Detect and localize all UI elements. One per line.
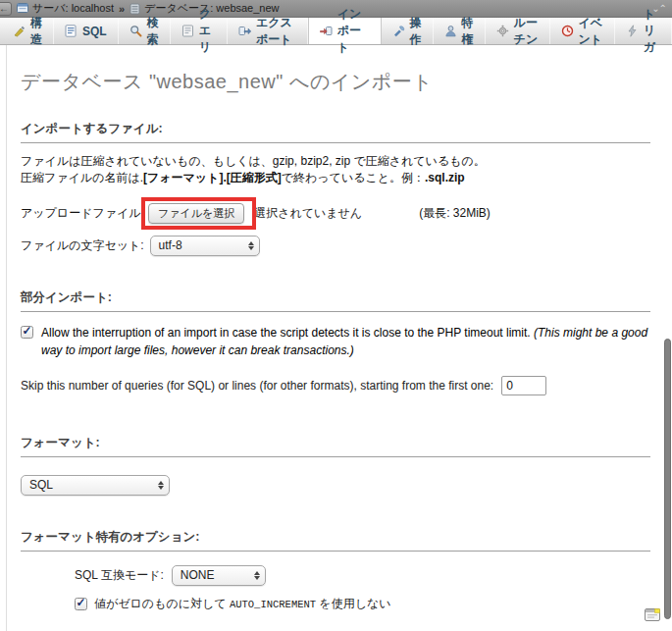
partial-import-section: 部分インポート: Allow the interruption of an im… bbox=[21, 289, 650, 395]
charset-value: utf-8 bbox=[159, 238, 182, 252]
charset-row: ファイルの文字セット: utf-8 bbox=[21, 236, 650, 256]
routines-icon bbox=[496, 25, 509, 37]
select-stepper-icon bbox=[248, 241, 254, 250]
sql-icon bbox=[65, 25, 78, 37]
tab-operations-label: 操作 bbox=[410, 15, 422, 48]
breadcrumb-bar: ← サーバ: localhost » データベース: websae_new ⌄⌃ bbox=[0, 0, 672, 18]
back-button[interactable]: ← bbox=[0, 2, 12, 16]
tab-export-label: エクスポート bbox=[256, 15, 296, 48]
triggers-icon bbox=[626, 25, 639, 37]
file-section-heading: インポートするファイル: bbox=[21, 121, 650, 143]
autoinc-label: 値がゼロのものに対して AUTO_INCREMENT を使用しない bbox=[94, 596, 391, 612]
tab-export[interactable]: エクスポート bbox=[228, 18, 308, 44]
server-icon bbox=[17, 3, 28, 14]
tab-sql[interactable]: SQL bbox=[54, 18, 119, 44]
tab-query[interactable]: クエリ bbox=[171, 18, 228, 44]
tab-routines[interactable]: ルーチン bbox=[486, 18, 550, 44]
select-stepper-icon bbox=[254, 571, 260, 580]
breadcrumb-separator: » bbox=[119, 3, 125, 15]
vertical-scrollbar[interactable] bbox=[664, 339, 671, 619]
breadcrumb-server-label: サーバ: localhost bbox=[32, 1, 114, 16]
allow-interrupt-checkbox[interactable] bbox=[21, 326, 33, 339]
upload-file-label: アップロードファイル: bbox=[21, 205, 144, 222]
sql-compat-select[interactable]: NONE bbox=[172, 565, 266, 586]
page-title: データベース "websae_new" へのインポート bbox=[21, 69, 650, 95]
format-section-heading: フォーマット: bbox=[21, 435, 650, 457]
file-hint-line1: ファイルは圧縮されていないもの、もしくは、gzip, bzip2, zip で圧… bbox=[21, 153, 650, 170]
tab-events-label: イベント bbox=[579, 15, 603, 48]
partial-section-heading: 部分インポート: bbox=[21, 289, 650, 312]
sql-compat-label: SQL 互換モード: bbox=[75, 567, 164, 584]
import-icon bbox=[320, 25, 333, 37]
choose-file-button[interactable]: ファイルを選択 bbox=[148, 203, 244, 224]
tab-operations[interactable]: 操作 bbox=[382, 18, 434, 44]
autoinc-checkbox[interactable] bbox=[75, 598, 87, 610]
skip-queries-input[interactable] bbox=[501, 376, 546, 395]
no-file-selected-text: 選択されていません bbox=[254, 205, 362, 222]
charset-label: ファイルの文字セット: bbox=[21, 237, 144, 254]
query-icon bbox=[181, 25, 194, 37]
upload-file-row: アップロードファイル: ファイルを選択 選択されていません (最長: 32MiB… bbox=[21, 203, 650, 224]
format-section: フォーマット: SQL bbox=[21, 435, 650, 496]
format-options-section: フォーマット特有のオプション: SQL 互換モード: NONE 値がゼロのものに… bbox=[21, 529, 650, 612]
file-hint-line2: 圧縮ファイルの名前は.[フォーマット].[圧縮形式]で終わっていること。例：.s… bbox=[21, 170, 650, 186]
tab-triggers[interactable]: トリガ bbox=[615, 18, 672, 44]
skip-queries-row: Skip this number of queries (for SQL) or… bbox=[21, 376, 650, 395]
structure-icon bbox=[13, 25, 26, 37]
new-window-icon[interactable] bbox=[645, 608, 660, 624]
charset-select[interactable]: utf-8 bbox=[150, 236, 260, 256]
tab-bar: 構造 SQL 検索 クエリ エクスポート bbox=[0, 18, 672, 45]
tab-search-label: 検索 bbox=[147, 15, 159, 48]
tab-privileges-label: 特権 bbox=[462, 15, 474, 48]
tab-structure[interactable]: 構造 bbox=[2, 18, 54, 44]
search-icon bbox=[129, 25, 142, 37]
file-import-section: インポートするファイル: ファイルは圧縮されていないもの、もしくは、gzip, … bbox=[21, 121, 650, 256]
tab-sql-label: SQL bbox=[82, 25, 107, 38]
export-icon bbox=[238, 25, 251, 37]
operations-icon bbox=[392, 25, 405, 37]
autoinc-row: 値がゼロのものに対して AUTO_INCREMENT を使用しない bbox=[75, 596, 650, 612]
max-upload-size: (最長: 32MiB) bbox=[419, 205, 491, 222]
sql-compat-value: NONE bbox=[181, 568, 215, 582]
allow-interrupt-label: Allow the interruption of an import in c… bbox=[41, 324, 650, 360]
format-options-heading: フォーマット特有のオプション: bbox=[21, 529, 650, 552]
sql-compat-row: SQL 互換モード: NONE bbox=[75, 565, 650, 586]
tab-structure-label: 構造 bbox=[30, 15, 42, 48]
main-content: データベース "websae_new" へのインポート インポートするファイル:… bbox=[6, 45, 672, 631]
tab-import[interactable]: インポート bbox=[308, 18, 382, 44]
tab-routines-label: ルーチン bbox=[514, 15, 539, 48]
select-stepper-icon bbox=[158, 481, 164, 490]
format-select[interactable]: SQL bbox=[21, 475, 170, 496]
tab-search[interactable]: 検索 bbox=[119, 18, 171, 44]
privileges-icon bbox=[444, 25, 457, 37]
events-icon bbox=[561, 25, 574, 37]
allow-interrupt-row: Allow the interruption of an import in c… bbox=[21, 324, 650, 360]
format-value: SQL bbox=[29, 478, 53, 492]
tab-events[interactable]: イベント bbox=[550, 18, 615, 44]
tab-privileges[interactable]: 特権 bbox=[434, 18, 486, 44]
database-icon bbox=[129, 3, 140, 15]
skip-queries-label: Skip this number of queries (for SQL) or… bbox=[21, 379, 493, 393]
